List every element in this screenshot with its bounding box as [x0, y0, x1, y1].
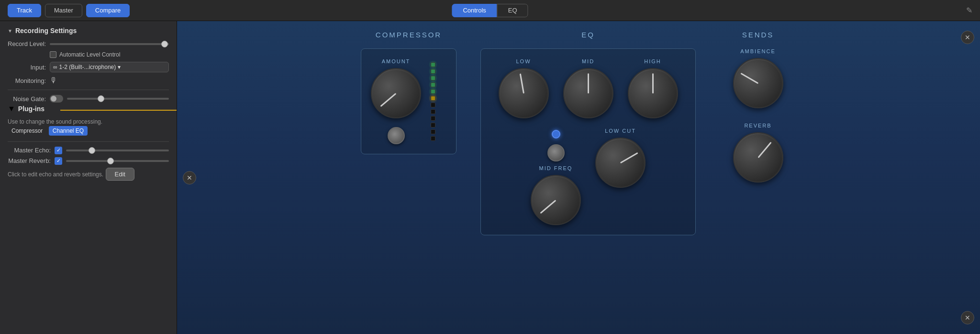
- close-button-left[interactable]: ✕: [183, 171, 196, 184]
- monitoring-label: Monitoring:: [8, 77, 46, 84]
- triangle-icon: ▼: [8, 28, 12, 34]
- record-level-thumb: [161, 41, 168, 47]
- eq-mid-freq-knob[interactable]: [531, 175, 581, 225]
- sends-reverb-label: REVERB: [744, 123, 771, 128]
- eq-high-group: HIGH: [628, 58, 678, 118]
- noise-gate-label: Noise Gate:: [8, 95, 46, 103]
- master-reverb-thumb: [107, 158, 114, 164]
- compressor-inner: AMOUNT: [361, 48, 457, 154]
- master-echo-label: Master Echo:: [8, 147, 51, 154]
- eq-low-cut-label: LOW CUT: [605, 128, 636, 134]
- btn-controls[interactable]: Controls: [452, 4, 497, 17]
- eq-low-cut-knob[interactable]: [595, 138, 646, 188]
- led-7: [431, 103, 435, 107]
- led-11: [431, 129, 435, 134]
- led-1: [431, 62, 435, 67]
- eq-top-row: LOW MID HIGH: [495, 58, 681, 118]
- noise-gate-toggle-knob: [51, 96, 56, 102]
- noise-gate-toggle[interactable]: [50, 95, 63, 103]
- led-2: [431, 69, 435, 74]
- eq-high-knob[interactable]: [628, 68, 678, 118]
- master-echo-thumb: [89, 147, 95, 154]
- input-label: Input:: [8, 64, 46, 71]
- noise-gate-slider[interactable]: [67, 98, 169, 100]
- input-select[interactable]: ∞ 1-2 (Built-...icrophone) ▾: [50, 62, 169, 72]
- master-echo-row: Master Echo: ✓: [8, 147, 169, 154]
- plugin-compressor[interactable]: Compressor: [8, 126, 46, 136]
- plugins-list: Compressor Channel EQ: [8, 126, 169, 137]
- tab-track[interactable]: Track: [8, 4, 41, 17]
- plugins-triangle-icon: ▼: [8, 104, 15, 113]
- sends-ambience-knob[interactable]: [733, 58, 783, 108]
- section-titles-row: COMPRESSOR AMOUNT: [191, 31, 966, 235]
- sends-ambience-group: AMBIENCE: [733, 48, 783, 108]
- led-3: [431, 76, 435, 81]
- master-reverb-label: Master Reverb:: [8, 157, 51, 164]
- eq-low-group: LOW: [499, 58, 549, 118]
- noise-gate-thumb: [98, 95, 104, 102]
- btn-eq[interactable]: EQ: [497, 4, 528, 17]
- auto-level-checkbox[interactable]: [50, 51, 56, 58]
- master-reverb-checkbox[interactable]: ✓: [55, 157, 62, 165]
- eq-mid-freq-label: MID FREQ: [539, 165, 573, 171]
- annotation-arrow: [60, 105, 177, 115]
- compressor-amount-knob[interactable]: [371, 68, 421, 118]
- led-10: [431, 123, 435, 127]
- compressor-jack: [388, 127, 405, 144]
- edit-button[interactable]: Edit: [106, 168, 134, 181]
- close-button-right-bottom[interactable]: ✕: [961, 311, 974, 324]
- eq-mid-knob[interactable]: [563, 68, 613, 118]
- led-9: [431, 116, 435, 121]
- led-strip: [431, 62, 435, 141]
- sends-ambience-label: AMBIENCE: [740, 48, 775, 54]
- eq-section: EQ LOW MID HIGH: [471, 31, 705, 235]
- eq-low-cut-group: LOW CUT: [595, 128, 646, 225]
- master-echo-checkbox[interactable]: ✓: [55, 147, 62, 154]
- eq-bottom-row: MID FREQ LOW CUT: [495, 128, 681, 225]
- eq-title: EQ: [581, 31, 595, 39]
- record-level-row: Record Level:: [8, 40, 169, 47]
- close-button-right-top[interactable]: ✕: [961, 31, 974, 44]
- edit-icon[interactable]: ✎: [966, 6, 972, 15]
- right-panel: ✕ COMPRESSOR AMOUNT: [177, 21, 980, 334]
- main-content: ▼ Recording Settings Record Level: Autom…: [0, 21, 980, 334]
- compressor-title: COMPRESSOR: [376, 31, 442, 39]
- led-8: [431, 109, 435, 114]
- recording-settings-title: Recording Settings: [15, 27, 77, 35]
- microphone-icon[interactable]: 🎙: [50, 76, 57, 85]
- echo-reverb-desc: Click to edit echo and reverb settings.: [8, 171, 103, 178]
- master-reverb-row: Master Reverb: ✓: [8, 157, 169, 165]
- compressor-amount-label: AMOUNT: [382, 58, 411, 64]
- master-reverb-slider[interactable]: [66, 160, 169, 162]
- sends-title: SENDS: [742, 31, 774, 39]
- led-12: [431, 136, 435, 141]
- auto-level-label: Automatic Level Control: [59, 51, 120, 58]
- plugins-title: Plug-ins: [18, 105, 45, 113]
- plugin-channel-eq[interactable]: Channel EQ: [49, 126, 88, 136]
- noise-gate-row: Noise Gate:: [8, 95, 169, 103]
- eq-high-label: HIGH: [644, 58, 661, 64]
- top-bar: Track Master Compare Controls EQ ✎: [0, 0, 980, 21]
- divider-2: [8, 141, 169, 142]
- input-link-icon: ∞: [53, 64, 57, 70]
- sends-reverb-knob[interactable]: [733, 132, 783, 183]
- plugins-section: ▼ Plug-ins Use to change the sound proce…: [8, 104, 169, 137]
- left-panel: ▼ Recording Settings Record Level: Autom…: [0, 21, 177, 334]
- master-echo-slider[interactable]: [66, 150, 169, 151]
- record-level-slider[interactable]: [50, 43, 169, 45]
- compressor-amount-area: AMOUNT: [371, 58, 421, 144]
- sends-reverb-group: REVERB: [733, 123, 783, 183]
- monitoring-row: Monitoring: 🎙: [8, 76, 169, 85]
- eq-low-knob[interactable]: [499, 68, 549, 118]
- eq-mid-freq-group: MID FREQ: [531, 128, 581, 225]
- auto-level-row: Automatic Level Control: [50, 51, 169, 58]
- input-chevron-icon: ▾: [118, 64, 121, 70]
- eq-inner: LOW MID HIGH: [480, 48, 696, 235]
- input-row: Input: ∞ 1-2 (Built-...icrophone) ▾: [8, 62, 169, 72]
- divider-1: [8, 90, 169, 90]
- tab-master[interactable]: Master: [45, 4, 82, 17]
- tab-compare[interactable]: Compare: [86, 4, 130, 17]
- record-level-label: Record Level:: [8, 40, 46, 47]
- led-6: [431, 96, 435, 101]
- eq-mid-freq-indicator: [552, 130, 560, 138]
